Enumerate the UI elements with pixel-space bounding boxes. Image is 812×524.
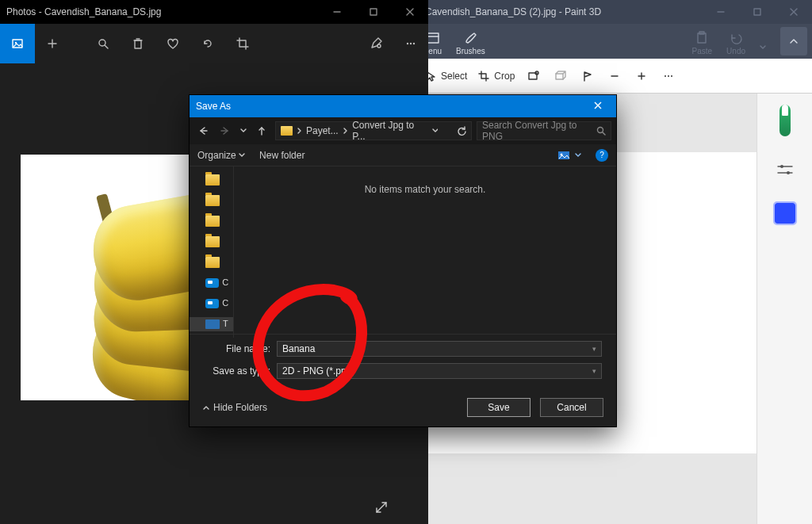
paint3d-paste-label: Paste: [692, 47, 713, 55]
paint3d-maximize[interactable]: [739, 0, 776, 24]
photos-maximize[interactable]: [355, 0, 392, 24]
organize-button[interactable]: Organize: [197, 150, 245, 161]
paint3d-titlebar: Cavendish_Banana_DS (2).jpg - Paint 3D: [417, 0, 812, 24]
photos-favorite-icon[interactable]: [155, 24, 190, 63]
savetype-dropdown-icon[interactable]: ▾: [592, 367, 596, 375]
photos-edit-icon[interactable]: [358, 24, 393, 63]
crumb-2[interactable]: Convert Jpg to P...: [352, 120, 423, 142]
paint3d-crop-tool[interactable]: Crop: [478, 71, 515, 82]
photos-toolbar: [0, 24, 428, 63]
filename-dropdown-icon[interactable]: ▾: [592, 345, 596, 353]
refresh-icon[interactable]: [456, 125, 466, 136]
tree-folder[interactable]: [194, 235, 228, 249]
photos-zoom-icon[interactable]: [86, 24, 121, 63]
tree-folder[interactable]: [194, 214, 228, 228]
tree-onedrive[interactable]: C: [194, 276, 228, 290]
dialog-close-icon[interactable]: [586, 101, 610, 113]
paint3d-more-dropdown[interactable]: [760, 44, 766, 59]
svg-line-45: [603, 132, 605, 135]
address-dropdown-icon[interactable]: [432, 128, 438, 134]
svg-point-15: [668, 75, 669, 77]
savetype-select[interactable]: 2D - PNG (*.png) ▾: [277, 363, 602, 379]
save-button[interactable]: Save: [467, 398, 530, 417]
paint3d-3dview-icon[interactable]: [553, 71, 569, 82]
file-list-area: No items match your search.: [234, 166, 616, 338]
color-swatch[interactable]: [775, 203, 795, 224]
hide-folders-button[interactable]: Hide Folders: [202, 402, 267, 413]
svg-line-30: [105, 45, 108, 48]
tree-this-pc[interactable]: T: [190, 317, 233, 331]
paint3d-select-tool[interactable]: Select: [425, 71, 467, 82]
folder-tree[interactable]: C C T: [190, 166, 234, 338]
paint3d-close[interactable]: [776, 0, 812, 24]
photos-more-icon[interactable]: [393, 24, 428, 63]
search-placeholder: Search Convert Jpg to PNG: [482, 120, 596, 142]
svg-point-44: [598, 128, 603, 133]
savetype-label: Save as type:: [204, 365, 270, 377]
filename-value: Banana: [282, 343, 315, 354]
settings-sliders-icon[interactable]: [776, 163, 794, 176]
photos-rotate-icon[interactable]: [190, 24, 225, 63]
paint3d-collapse-chevron[interactable]: [780, 27, 807, 55]
crumb-1[interactable]: Payet...: [306, 125, 339, 136]
new-folder-button[interactable]: New folder: [259, 150, 304, 161]
nav-forward-icon: [216, 122, 234, 140]
tree-folder[interactable]: [194, 255, 228, 270]
svg-rect-6: [698, 33, 706, 43]
paint3d-undo-button: Undo: [726, 31, 745, 59]
dialog-titlebar[interactable]: Save As: [190, 95, 616, 117]
paint3d-select-label: Select: [441, 71, 467, 82]
photos-title: Photos - Cavendish_Banana_DS.jpg: [6, 6, 319, 17]
nav-up-icon[interactable]: [253, 122, 270, 140]
address-bar[interactable]: Payet... Convert Jpg to P...: [275, 121, 472, 140]
paint3d-sidebar: [756, 94, 812, 524]
svg-point-36: [410, 43, 412, 44]
paint3d-toolbar: Select Crop: [417, 59, 812, 94]
dialog-footer: Hide Folders Save Cancel: [190, 388, 616, 426]
paint3d-minimize[interactable]: [703, 0, 739, 24]
paint3d-magic-select-icon[interactable]: [526, 71, 542, 82]
svg-point-18: [780, 165, 783, 168]
photos-add-icon[interactable]: [35, 24, 70, 63]
paint3d-zoom-out-icon[interactable]: [607, 71, 622, 82]
empty-message: No items match your search.: [365, 184, 486, 195]
photos-collection-icon[interactable]: [0, 24, 35, 63]
photos-resize-handle-icon[interactable]: [373, 499, 390, 519]
svg-rect-1: [754, 9, 760, 15]
tree-onedrive[interactable]: C: [194, 296, 228, 311]
nav-recent-icon[interactable]: [239, 122, 248, 140]
paint3d-brushes-button[interactable]: Brushes: [456, 31, 485, 59]
photos-crop-icon[interactable]: [225, 24, 260, 63]
dialog-toolbar: Organize New folder ?: [190, 144, 616, 166]
paint3d-flag-icon[interactable]: [580, 71, 596, 82]
help-icon[interactable]: ?: [596, 149, 608, 162]
filename-label: File name:: [204, 343, 270, 354]
view-mode-button[interactable]: [557, 150, 581, 161]
paint3d-undo-label: Undo: [726, 47, 745, 55]
tree-folder[interactable]: [194, 193, 228, 208]
paint3d-brushes-label: Brushes: [456, 47, 485, 55]
paint3d-more-icon[interactable]: [661, 71, 676, 82]
tree-folder[interactable]: [194, 173, 228, 187]
svg-rect-31: [135, 40, 141, 48]
svg-point-16: [671, 75, 672, 77]
photos-close[interactable]: [392, 0, 428, 24]
svg-rect-10: [556, 74, 563, 79]
paint3d-paste-button: Paste: [692, 31, 713, 59]
dialog-title: Save As: [196, 101, 586, 112]
paint3d-zoom-in-icon[interactable]: [634, 71, 649, 82]
paint3d-crop-label: Crop: [494, 71, 515, 82]
photos-delete-icon[interactable]: [121, 24, 155, 63]
dialog-navbar: Payet... Convert Jpg to P... Search Conv…: [190, 117, 616, 144]
nav-back-icon[interactable]: [194, 122, 212, 140]
svg-rect-22: [370, 9, 377, 15]
marker-tool-icon[interactable]: [779, 105, 791, 136]
filename-input[interactable]: Banana ▾: [277, 341, 602, 357]
photos-titlebar: Photos - Cavendish_Banana_DS.jpg: [0, 0, 428, 24]
search-box[interactable]: Search Convert Jpg to PNG: [477, 121, 611, 140]
svg-point-14: [665, 75, 666, 77]
svg-line-38: [377, 503, 386, 512]
cancel-button[interactable]: Cancel: [540, 398, 603, 417]
photos-minimize[interactable]: [319, 0, 355, 24]
search-icon: [596, 126, 606, 136]
